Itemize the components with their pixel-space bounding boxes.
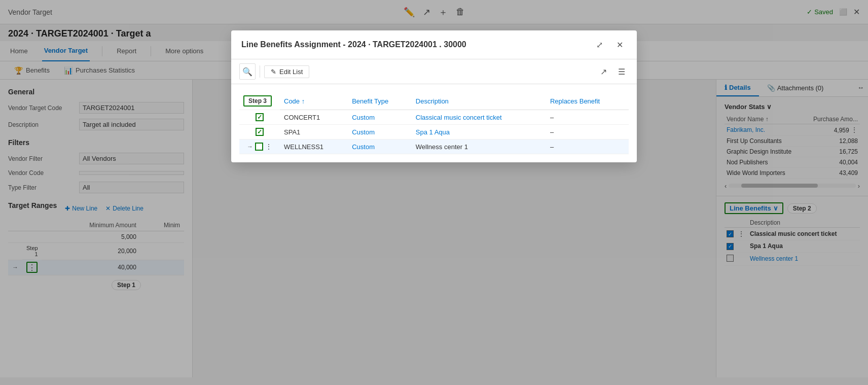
modal-header: Line Benefits Assignment - 2024 · TARGET…	[231, 30, 637, 59]
modal-toolbar: 🔍 ✎ Edit List ↗ ☰	[231, 59, 637, 84]
modal: Line Benefits Assignment - 2024 · TARGET…	[231, 30, 637, 162]
benefit-type-link-3[interactable]: Custom	[352, 143, 375, 151]
modal-checkbox-2[interactable]	[256, 128, 264, 136]
edit-list-button[interactable]: ✎ Edit List	[264, 65, 309, 78]
benefit-type-link-2[interactable]: Custom	[352, 128, 375, 136]
table-row: CONCERT1 Custom Classical music concert …	[239, 110, 629, 125]
toolbar-divider	[260, 65, 260, 78]
modal-share-button[interactable]: ↗	[596, 64, 610, 79]
modal-toolbar-right: ↗ ☰	[596, 64, 629, 79]
description-link-2[interactable]: Spa 1 Aqua	[416, 128, 450, 136]
edit-list-icon: ✎	[271, 68, 276, 76]
modal-overlay: Line Benefits Assignment - 2024 · TARGET…	[0, 0, 868, 377]
modal-expand-button[interactable]: ⤢	[592, 38, 606, 52]
modal-body: Step 3 Code ↑ Benefit Type Description R…	[231, 84, 637, 162]
modal-menu-button[interactable]: ☰	[614, 64, 629, 79]
step3-header: Step 3	[243, 95, 276, 107]
modal-checkbox-1[interactable]	[256, 113, 264, 121]
description-link-1[interactable]: Classical music concert ticket	[416, 114, 502, 121]
row-arrow: →	[247, 143, 253, 150]
modal-search-button[interactable]: 🔍	[239, 63, 256, 80]
modal-row-dots-button[interactable]: ⋮	[265, 143, 272, 151]
modal-close-button[interactable]: ✕	[612, 38, 627, 52]
table-row: SPA1 Custom Spa 1 Aqua –	[239, 125, 629, 139]
modal-title: Line Benefits Assignment - 2024 · TARGET…	[241, 40, 586, 49]
table-row: → ⋮ WELLNESS1 Custom Wellness center 1 –	[239, 139, 629, 154]
benefit-type-link-1[interactable]: Custom	[352, 114, 375, 121]
step3-label: Step 3	[243, 95, 272, 107]
modal-table: Step 3 Code ↑ Benefit Type Description R…	[239, 92, 629, 154]
modal-checkbox-3[interactable]	[255, 143, 263, 151]
